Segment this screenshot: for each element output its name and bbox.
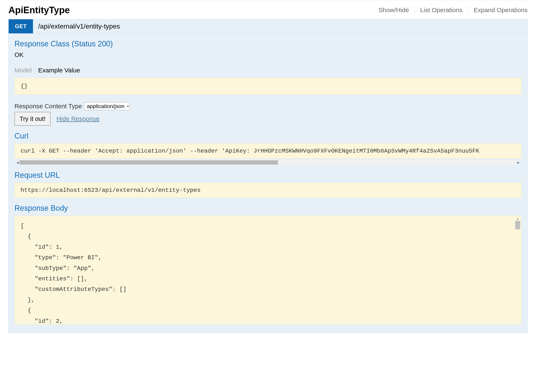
content-type-label: Response Content Type bbox=[14, 103, 82, 110]
tab-model[interactable]: Model bbox=[14, 66, 35, 75]
scroll-up-icon[interactable]: ▴ bbox=[517, 216, 519, 221]
section-title[interactable]: ApiEntityType bbox=[8, 5, 70, 15]
list-operations-link[interactable]: List Operations bbox=[415, 6, 468, 14]
hide-response-link[interactable]: Hide Response bbox=[57, 115, 100, 122]
content-type-row: Response Content Type application/json bbox=[14, 102, 522, 110]
model-example-tabs: Model Example Value bbox=[14, 66, 522, 75]
http-method-badge: GET bbox=[9, 19, 33, 33]
request-url-box[interactable]: https://localhost:6523/api/external/v1/e… bbox=[14, 182, 522, 198]
vscroll-track[interactable] bbox=[515, 221, 521, 324]
show-hide-link[interactable]: Show/Hide bbox=[373, 6, 415, 14]
response-body-box[interactable]: [ { "id": 1, "type": "Power BI", "subTyp… bbox=[14, 215, 522, 325]
tab-example-value[interactable]: Example Value bbox=[38, 66, 84, 75]
tab-divider bbox=[35, 67, 35, 74]
section-header: ApiEntityType Show/Hide List Operations … bbox=[8, 3, 528, 19]
operation-body: Response Class (Status 200) OK Model Exa… bbox=[9, 33, 527, 333]
content-type-select[interactable]: application/json bbox=[84, 102, 130, 110]
operation-header[interactable]: GET /api/external/v1/entity-types bbox=[9, 19, 527, 33]
expand-operations-link[interactable]: Expand Operations bbox=[468, 6, 528, 14]
scroll-thumb[interactable] bbox=[19, 160, 278, 164]
curl-horizontal-scrollbar[interactable]: ◂ ▸ bbox=[14, 160, 522, 165]
response-body-vertical-scrollbar[interactable]: ▴ bbox=[515, 216, 521, 324]
section-actions: Show/Hide List Operations Expand Operati… bbox=[373, 6, 528, 14]
top-divider bbox=[8, 0, 528, 0]
response-status-text: OK bbox=[14, 51, 522, 58]
vscroll-thumb[interactable] bbox=[515, 221, 520, 229]
response-body-heading: Response Body bbox=[14, 204, 522, 213]
example-value-box[interactable]: {} bbox=[14, 78, 522, 95]
response-body-wrap: [ { "id": 1, "type": "Power BI", "subTyp… bbox=[14, 215, 522, 325]
scroll-right-icon[interactable]: ▸ bbox=[517, 160, 520, 165]
request-url-heading: Request URL bbox=[14, 171, 522, 180]
operation-path: /api/external/v1/entity-types bbox=[38, 23, 120, 30]
scroll-track[interactable] bbox=[19, 160, 517, 164]
scroll-left-icon[interactable]: ◂ bbox=[16, 160, 19, 165]
try-it-out-button[interactable]: Try it out! bbox=[14, 112, 51, 126]
curl-heading: Curl bbox=[14, 131, 522, 140]
curl-command-box[interactable]: curl -X GET --header 'Accept: applicatio… bbox=[14, 143, 522, 159]
response-class-heading: Response Class (Status 200) bbox=[14, 39, 522, 48]
try-row: Try it out! Hide Response bbox=[14, 112, 522, 126]
operation-block: GET /api/external/v1/entity-types Respon… bbox=[8, 19, 528, 333]
